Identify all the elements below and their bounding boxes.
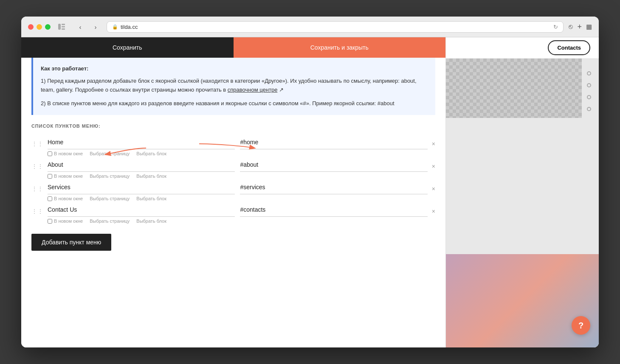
menu-item-row: ⋮⋮ (31, 158, 435, 179)
drag-handle[interactable]: ⋮⋮ (31, 180, 43, 192)
forward-button[interactable]: › (90, 21, 101, 33)
save-close-button[interactable]: Сохранить и закрыть (234, 37, 446, 58)
new-window-checkbox-0[interactable] (48, 151, 52, 156)
menu-name-field-wrapper (48, 180, 235, 194)
sub-options-row: В новом окне Выбрать страницу Выбрать бл… (48, 174, 428, 179)
menu-link-input-2[interactable] (240, 180, 427, 194)
right-panel: Contacts ? (446, 37, 599, 347)
minimize-traffic-light[interactable] (37, 24, 42, 30)
field-row (48, 135, 428, 149)
field-row (48, 158, 428, 172)
menu-link-field-wrapper (240, 180, 427, 194)
new-window-checkbox-3[interactable] (48, 219, 52, 224)
drag-handle[interactable]: ⋮⋮ (31, 158, 43, 170)
new-window-label-3: В новом окне (54, 218, 83, 224)
choose-page-option-2[interactable]: Выбрать страницу (90, 196, 130, 201)
menu-list-label: СПИСОК ПУНКТОВ МЕНЮ: (31, 123, 435, 129)
save-button[interactable]: Сохранить (21, 37, 234, 58)
sub-options-row: В новом окне Выбрать страницу Выбрать бл… (48, 218, 428, 224)
preview-checkered-area (446, 59, 582, 118)
choose-block-option-0[interactable]: Выбрать блок (136, 151, 166, 156)
choose-page-option-1[interactable]: Выбрать страницу (90, 174, 130, 179)
help-center-link[interactable]: справочном центре (228, 87, 278, 93)
preview-dot-4[interactable] (587, 107, 591, 111)
info-title: Как это работает: (41, 64, 428, 73)
menu-link-input-1[interactable] (240, 158, 427, 172)
menu-name-input-2[interactable] (48, 180, 235, 194)
new-window-option-3[interactable]: В новом окне (48, 218, 83, 224)
new-window-option-1[interactable]: В новом окне (48, 174, 83, 179)
preview-contacts-button[interactable]: Contacts (548, 40, 590, 55)
drag-handle[interactable]: ⋮⋮ (31, 203, 43, 215)
menu-item-fields: В новом окне Выбрать страницу Выбрать бл… (48, 180, 428, 201)
browser-chrome: ‹ › 🔒 tilda.cc ↻ ⎋ + ▦ (21, 17, 599, 37)
new-tab-icon[interactable]: + (577, 22, 582, 31)
main-content: Сохранить Сохранить и закрыть Как это ра… (21, 37, 599, 347)
add-menu-item-button[interactable]: Добавить пункт меню (31, 234, 111, 251)
tabs-icon[interactable]: ▦ (586, 23, 592, 31)
menu-link-field-wrapper (240, 135, 427, 149)
traffic-lights (28, 24, 51, 30)
menu-item-row: ⋮⋮ (31, 180, 435, 201)
menu-link-field-wrapper (240, 203, 427, 217)
drag-handle[interactable]: ⋮⋮ (31, 135, 43, 147)
svg-rect-1 (62, 24, 65, 25)
menu-link-input-3[interactable] (240, 203, 427, 217)
close-traffic-light[interactable] (28, 24, 34, 30)
info-paragraph-1: 1) Перед каждым разделом добавьте блок с… (41, 77, 428, 95)
remove-item-button-3[interactable]: × (432, 203, 435, 215)
remove-item-button-1[interactable]: × (432, 158, 435, 170)
browser-window: ‹ › 🔒 tilda.cc ↻ ⎋ + ▦ Сохранить Сохрани… (21, 17, 599, 347)
preview-nav-dots (587, 71, 591, 111)
menu-link-field-wrapper (240, 158, 427, 172)
menu-name-field-wrapper (48, 158, 235, 172)
menu-name-input-3[interactable] (48, 203, 235, 217)
new-window-label-0: В новом окне (54, 151, 83, 156)
address-bar[interactable]: 🔒 tilda.cc ↻ (107, 21, 564, 33)
svg-rect-3 (62, 28, 65, 30)
menu-item-fields: В новом окне Выбрать страницу Выбрать бл… (48, 135, 428, 156)
menu-name-input-1[interactable] (48, 158, 235, 172)
back-button[interactable]: ‹ (74, 21, 86, 33)
browser-nav: ‹ › (74, 21, 101, 33)
menu-link-input-0[interactable] (240, 135, 427, 149)
new-window-checkbox-1[interactable] (48, 174, 52, 179)
choose-page-option-3[interactable]: Выбрать страницу (90, 218, 130, 224)
refresh-button[interactable]: ↻ (553, 24, 558, 30)
sidebar-toggle-icon[interactable] (56, 21, 68, 33)
field-row (48, 203, 428, 217)
new-window-option-0[interactable]: В новом окне (48, 151, 83, 156)
new-window-checkbox-2[interactable] (48, 196, 52, 201)
preview-dot-3[interactable] (587, 95, 591, 99)
svg-rect-2 (62, 26, 65, 28)
info-paragraph-2: 2) В списке пунктов меню для каждого из … (41, 99, 428, 108)
new-window-option-2[interactable]: В новом окне (48, 196, 83, 201)
share-icon[interactable]: ⎋ (569, 23, 573, 31)
choose-block-option-1[interactable]: Выбрать блок (136, 174, 166, 179)
save-bar: Сохранить Сохранить и закрыть (21, 37, 445, 58)
menu-name-input-0[interactable] (48, 135, 235, 149)
preview-dot-2[interactable] (587, 83, 591, 87)
new-window-label-2: В новом окне (54, 196, 83, 201)
menu-item-fields: В новом окне Выбрать страницу Выбрать бл… (48, 203, 428, 224)
preview-header: Contacts (446, 37, 599, 59)
preview-dot-1[interactable] (587, 71, 591, 76)
url-text: tilda.cc (121, 24, 138, 30)
menu-name-field-wrapper (48, 203, 235, 217)
choose-block-option-3[interactable]: Выбрать блок (136, 218, 166, 224)
left-panel: Сохранить Сохранить и закрыть Как это ра… (21, 37, 446, 347)
menu-item-row: ⋮⋮ (31, 135, 435, 156)
sub-options-row: В новом окне Выбрать страницу Выбрать бл… (48, 151, 428, 156)
new-window-label-1: В новом окне (54, 174, 83, 179)
sub-options-row: В новом окне Выбрать страницу Выбрать бл… (48, 196, 428, 201)
maximize-traffic-light[interactable] (45, 24, 51, 30)
info-box: Как это работает: 1) Перед каждым раздел… (31, 58, 435, 115)
choose-block-option-2[interactable]: Выбрать блок (136, 196, 166, 201)
lock-icon: 🔒 (112, 24, 118, 30)
choose-page-option-0[interactable]: Выбрать страницу (90, 151, 130, 156)
remove-item-button-2[interactable]: × (432, 180, 435, 192)
svg-rect-0 (58, 24, 61, 30)
help-button[interactable]: ? (572, 316, 590, 335)
editor-panel: Как это работает: 1) Перед каждым раздел… (21, 58, 445, 261)
remove-item-button-0[interactable]: × (432, 135, 435, 147)
